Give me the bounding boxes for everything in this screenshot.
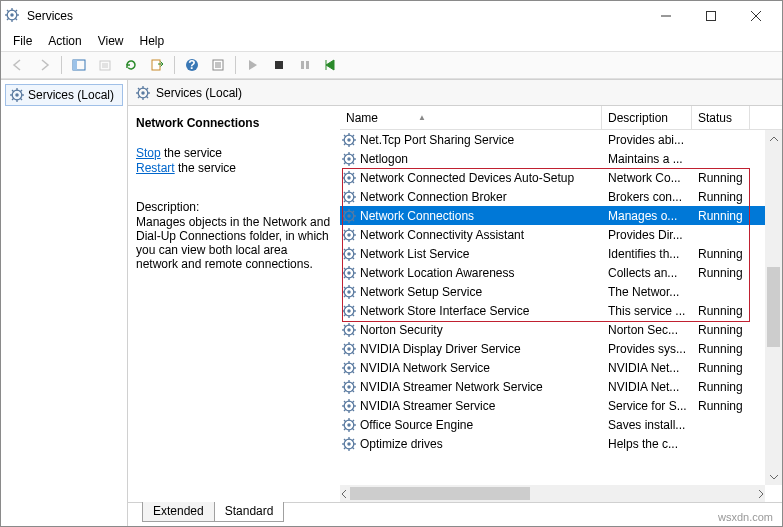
- gear-icon: [342, 285, 356, 299]
- scroll-up-button[interactable]: [765, 130, 782, 147]
- service-description: Saves install...: [602, 418, 692, 432]
- service-status: Running: [692, 380, 750, 394]
- service-description: Provides sys...: [602, 342, 692, 356]
- column-header-name[interactable]: Name▲: [340, 106, 602, 129]
- service-row[interactable]: Network Connectivity AssistantProvides D…: [340, 225, 782, 244]
- gear-icon: [10, 88, 24, 102]
- horizontal-scrollbar[interactable]: [340, 485, 765, 502]
- detail-pane-title: Services (Local): [128, 80, 782, 106]
- service-description: Brokers con...: [602, 190, 692, 204]
- gear-icon: [342, 266, 356, 280]
- service-status: Running: [692, 361, 750, 375]
- gear-icon: [342, 380, 356, 394]
- service-row[interactable]: Net.Tcp Port Sharing ServiceProvides abi…: [340, 130, 782, 149]
- stop-service-link[interactable]: Stop: [136, 146, 161, 160]
- tab-standard[interactable]: Standard: [214, 502, 285, 522]
- refresh-button[interactable]: [119, 54, 143, 76]
- svg-rect-28: [301, 61, 304, 69]
- menu-view[interactable]: View: [90, 32, 132, 50]
- service-name: NVIDIA Streamer Network Service: [360, 380, 543, 394]
- stop-service-button[interactable]: [267, 54, 291, 76]
- service-description: Maintains a ...: [602, 152, 692, 166]
- service-name: Network Connections: [360, 209, 474, 223]
- restart-service-link[interactable]: Restart: [136, 161, 175, 175]
- menu-bar: File Action View Help: [1, 31, 782, 51]
- service-row[interactable]: Network List ServiceIdentifies th...Runn…: [340, 244, 782, 263]
- restart-service-button[interactable]: [319, 54, 343, 76]
- export-list-button[interactable]: [145, 54, 169, 76]
- service-name: Network List Service: [360, 247, 469, 261]
- nav-forward-button[interactable]: [32, 54, 56, 76]
- app-icon: [5, 8, 21, 24]
- svg-rect-20: [152, 60, 160, 70]
- vertical-scrollbar[interactable]: [765, 130, 782, 485]
- service-row[interactable]: Optimize drivesHelps the c...: [340, 434, 782, 453]
- window-title: Services: [27, 9, 643, 23]
- description-label: Description:: [136, 200, 332, 214]
- service-row[interactable]: Norton SecurityNorton Sec...Running: [340, 320, 782, 339]
- delete-button[interactable]: [93, 54, 117, 76]
- service-description: NVIDIA Net...: [602, 380, 692, 394]
- service-row[interactable]: Network Connection BrokerBrokers con...R…: [340, 187, 782, 206]
- service-description: This service ...: [602, 304, 692, 318]
- pause-service-button[interactable]: [293, 54, 317, 76]
- service-description: Network Co...: [602, 171, 692, 185]
- service-row[interactable]: NetlogonMaintains a ...: [340, 149, 782, 168]
- service-row[interactable]: Network Store Interface ServiceThis serv…: [340, 301, 782, 320]
- tab-extended[interactable]: Extended: [142, 502, 215, 522]
- service-row[interactable]: Office Source EngineSaves install...: [340, 415, 782, 434]
- menu-action[interactable]: Action: [40, 32, 89, 50]
- service-row[interactable]: Network Location AwarenessCollects an...…: [340, 263, 782, 282]
- service-name: Optimize drives: [360, 437, 443, 451]
- service-description: Manages o...: [602, 209, 692, 223]
- column-header-status[interactable]: Status: [692, 106, 750, 129]
- service-description: NVIDIA Net...: [602, 361, 692, 375]
- show-hide-tree-button[interactable]: [67, 54, 91, 76]
- scroll-thumb[interactable]: [767, 267, 780, 347]
- gear-icon: [342, 437, 356, 451]
- service-status: Running: [692, 304, 750, 318]
- gear-icon: [342, 228, 356, 242]
- service-list: Name▲ Description Status Net.Tcp Port Sh…: [340, 106, 782, 502]
- service-description: Provides abi...: [602, 133, 692, 147]
- scroll-right-button[interactable]: [757, 485, 765, 502]
- maximize-button[interactable]: [688, 2, 733, 30]
- svg-rect-29: [306, 61, 309, 69]
- service-status: Running: [692, 399, 750, 413]
- scroll-down-button[interactable]: [765, 468, 782, 485]
- gear-icon: [342, 399, 356, 413]
- properties-button[interactable]: [206, 54, 230, 76]
- scroll-thumb[interactable]: [350, 487, 530, 500]
- start-service-button[interactable]: [241, 54, 265, 76]
- service-description: Norton Sec...: [602, 323, 692, 337]
- close-button[interactable]: [733, 2, 778, 30]
- minimize-button[interactable]: [643, 2, 688, 30]
- service-row[interactable]: NVIDIA Streamer ServiceService for S...R…: [340, 396, 782, 415]
- service-row[interactable]: Network Setup ServiceThe Networ...: [340, 282, 782, 301]
- toolbar-separator: [174, 56, 175, 74]
- service-row[interactable]: Network Connected Devices Auto-SetupNetw…: [340, 168, 782, 187]
- service-row[interactable]: NVIDIA Streamer Network ServiceNVIDIA Ne…: [340, 377, 782, 396]
- toolbar: ?: [1, 51, 782, 79]
- gear-icon: [342, 152, 356, 166]
- service-status: Running: [692, 342, 750, 356]
- service-description: Identifies th...: [602, 247, 692, 261]
- menu-file[interactable]: File: [5, 32, 40, 50]
- column-header-description[interactable]: Description: [602, 106, 692, 129]
- help-button[interactable]: ?: [180, 54, 204, 76]
- gear-icon: [342, 361, 356, 375]
- service-name: Net.Tcp Port Sharing Service: [360, 133, 514, 147]
- service-status: Running: [692, 323, 750, 337]
- service-name: NVIDIA Display Driver Service: [360, 342, 521, 356]
- menu-help[interactable]: Help: [132, 32, 173, 50]
- service-name: NVIDIA Streamer Service: [360, 399, 495, 413]
- service-status: Running: [692, 266, 750, 280]
- scroll-left-button[interactable]: [340, 485, 348, 502]
- svg-rect-15: [73, 60, 77, 70]
- service-info-panel: Network Connections Stop the service Res…: [128, 106, 340, 502]
- nav-back-button[interactable]: [6, 54, 30, 76]
- tree-node-services-local[interactable]: Services (Local): [5, 84, 123, 106]
- service-row[interactable]: Network ConnectionsManages o...Running: [340, 206, 782, 225]
- service-row[interactable]: NVIDIA Display Driver ServiceProvides sy…: [340, 339, 782, 358]
- service-row[interactable]: NVIDIA Network ServiceNVIDIA Net...Runni…: [340, 358, 782, 377]
